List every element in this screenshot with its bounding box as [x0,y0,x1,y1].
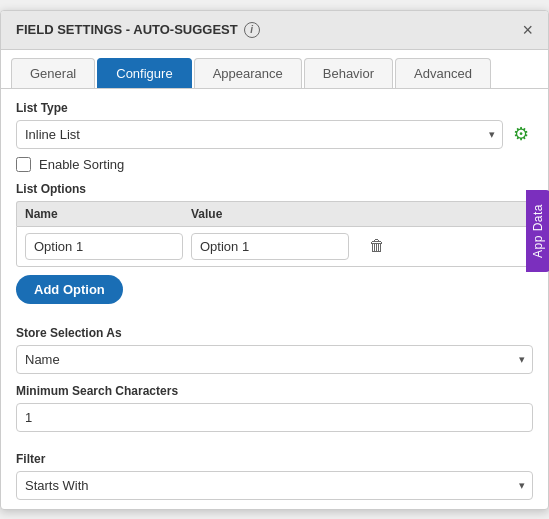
filter-label: Filter [16,452,533,466]
enable-sorting-checkbox[interactable] [16,157,31,172]
option-value-input[interactable] [191,233,349,260]
store-selection-label: Store Selection As [16,326,533,340]
option-name-input[interactable] [25,233,183,260]
filter-select-wrapper: Starts With Contains Ends With ▾ [16,471,533,500]
modal-title: FIELD SETTINGS - AUTO-SUGGEST i [16,22,260,38]
delete-option-button[interactable]: 🗑 [357,234,397,258]
min-search-input[interactable] [16,403,533,432]
store-selection-select[interactable]: Name Value Both [16,345,533,374]
modal-header: FIELD SETTINGS - AUTO-SUGGEST i × [1,11,548,50]
tab-behavior[interactable]: Behavior [304,58,393,88]
table-row: 🗑 [25,233,524,260]
enable-sorting-label[interactable]: Enable Sorting [39,157,124,172]
col-actions-header [357,207,397,221]
enable-sorting-row: Enable Sorting [16,157,533,172]
list-type-select[interactable]: Inline List External List Manual [16,120,503,149]
list-type-select-wrapper: Inline List External List Manual ▾ [16,120,503,149]
title-text: FIELD SETTINGS - AUTO-SUGGEST [16,22,238,37]
gear-button[interactable]: ⚙ [509,121,533,147]
min-search-label: Minimum Search Characters [16,384,533,398]
list-type-row: Inline List External List Manual ▾ ⚙ [16,120,533,149]
info-icon[interactable]: i [244,22,260,38]
filter-select[interactable]: Starts With Contains Ends With [16,471,533,500]
close-button[interactable]: × [522,21,533,39]
col-name-header: Name [25,207,183,221]
app-data-tab[interactable]: App Data [526,190,549,272]
tab-general[interactable]: General [11,58,95,88]
list-options-header: Name Value [16,201,533,226]
add-option-button[interactable]: Add Option [16,275,123,304]
tab-bar: General Configure Appearance Behavior Ad… [1,50,548,89]
tab-appearance[interactable]: Appearance [194,58,302,88]
list-type-label: List Type [16,101,533,115]
modal-body: List Type Inline List External List Manu… [1,89,548,509]
col-value-header: Value [191,207,349,221]
list-options-label: List Options [16,182,533,196]
store-selection-wrapper: Name Value Both ▾ [16,345,533,374]
list-options-body: 🗑 [16,226,533,267]
tab-advanced[interactable]: Advanced [395,58,491,88]
tab-configure[interactable]: Configure [97,58,191,88]
